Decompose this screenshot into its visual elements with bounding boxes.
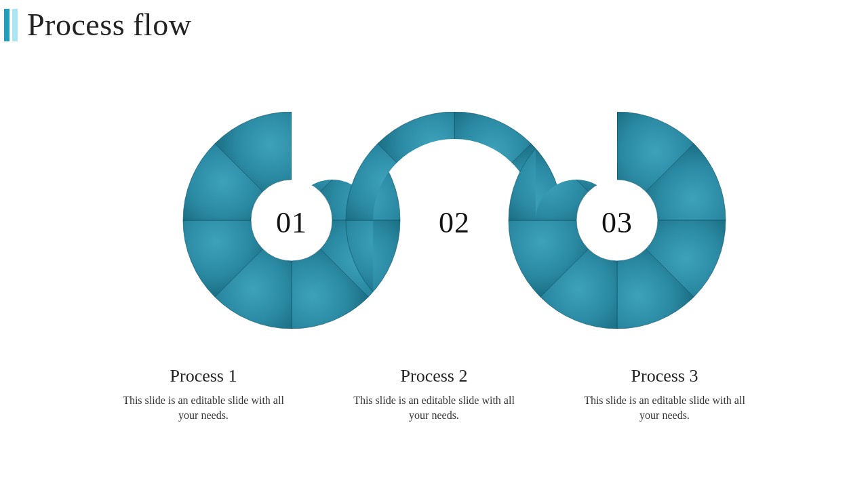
caption-3: Process 3 This slide is an editable slid… xyxy=(576,366,753,422)
title-mark-dark xyxy=(4,9,9,41)
caption-title-2: Process 2 xyxy=(346,366,522,386)
caption-title-3: Process 3 xyxy=(576,366,753,386)
title-mark-light xyxy=(12,9,18,41)
page-title: Process flow xyxy=(27,7,191,43)
step-number-3: 03 xyxy=(590,205,644,240)
caption-desc-1: This slide is an editable slide with all… xyxy=(115,393,292,422)
step-number-2: 02 xyxy=(427,205,481,240)
caption-desc-3: This slide is an editable slide with all… xyxy=(576,393,753,422)
captions-row: Process 1 This slide is an editable slid… xyxy=(0,366,868,422)
caption-desc-2: This slide is an editable slide with all… xyxy=(346,393,522,422)
process-flow-diagram: 01 02 03 xyxy=(136,112,732,331)
caption-2: Process 2 This slide is an editable slid… xyxy=(346,366,522,422)
title-bar: Process flow xyxy=(0,7,191,43)
step-number-1: 01 xyxy=(264,205,319,240)
caption-1: Process 1 This slide is an editable slid… xyxy=(115,366,292,422)
title-marks xyxy=(4,9,18,41)
caption-title-1: Process 1 xyxy=(115,366,292,386)
